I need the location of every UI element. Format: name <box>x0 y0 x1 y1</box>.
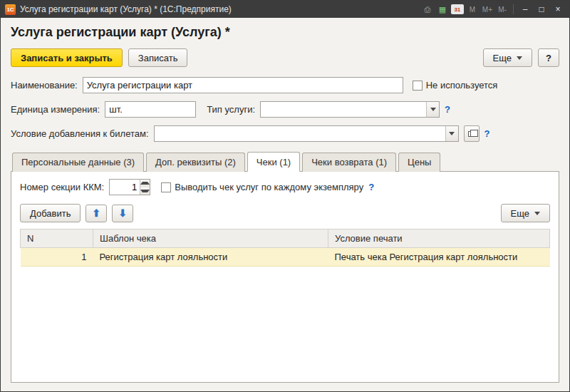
chevron-down-icon <box>430 108 436 111</box>
app-window: 1С Услуга регистрации карт (Услуга) * (1… <box>0 0 570 392</box>
open-form-icon <box>468 131 475 137</box>
unit-type-row: Единица измерения: Тип услуги: ? <box>11 101 559 118</box>
tab-bar: Персональные данные (3) Доп. реквизиты (… <box>11 152 559 171</box>
memory-button[interactable]: M <box>466 3 479 16</box>
cell-check-template[interactable]: Регистрация карт лояльности <box>93 248 328 267</box>
ticket-condition-label: Условие добавления к билетам: <box>11 128 149 139</box>
column-header-template[interactable]: Шаблон чека <box>93 229 328 248</box>
table-row[interactable]: 1 Регистрация карт лояльности Печать чек… <box>21 248 550 267</box>
move-up-button[interactable]: ⬆ <box>86 205 107 222</box>
command-bar: Записать и закрыть Записать Еще ? <box>11 48 559 67</box>
ticket-condition-row: Условие добавления к билетам: ? <box>11 125 559 142</box>
more-button-label: Еще <box>493 53 512 63</box>
ticket-condition-open-button[interactable] <box>464 125 480 142</box>
name-field-row: Наименование: Не используется <box>11 77 559 93</box>
save-and-close-button[interactable]: Записать и закрыть <box>11 48 123 67</box>
title-bar: 1С Услуга регистрации карт (Услуга) * (1… <box>1 1 569 18</box>
help-button[interactable]: ? <box>538 48 559 67</box>
calendar-icon[interactable]: 31 <box>451 4 464 14</box>
arrow-up-icon: ⬆ <box>93 207 101 219</box>
memory-plus-button[interactable]: M+ <box>481 3 494 16</box>
calculator-icon[interactable]: ▦ <box>436 3 449 16</box>
service-type-input[interactable] <box>261 102 426 117</box>
name-input[interactable] <box>83 77 403 93</box>
ticket-condition-dropdown-button[interactable] <box>445 126 458 141</box>
stepper-up-button[interactable] <box>140 180 150 187</box>
table-more-label: Еще <box>511 208 529 219</box>
per-item-checkbox-label: Выводить чек услуг по каждому экземпляру <box>175 182 363 192</box>
maximize-button[interactable]: □ <box>534 3 549 16</box>
tab-checks[interactable]: Чеки (1) <box>247 152 300 172</box>
checks-tab-panel: Номер секции ККМ: Выводить чек услуг по … <box>11 171 559 383</box>
table-header-row: N Шаблон чека Условие печати <box>21 229 550 248</box>
ticket-condition-combobox[interactable] <box>154 125 459 142</box>
chevron-down-icon <box>449 132 455 135</box>
stepper-down-button[interactable] <box>140 187 150 195</box>
close-button[interactable]: × <box>551 3 565 16</box>
kkm-section-stepper[interactable] <box>109 179 150 195</box>
cell-row-number[interactable]: 1 <box>21 248 93 267</box>
form-content: Услуга регистрации карт (Услуга) * Запис… <box>1 18 569 391</box>
add-row-button[interactable]: Добавить <box>20 204 81 222</box>
print-icon[interactable]: ⎙ <box>421 3 434 16</box>
service-type-dropdown-button[interactable] <box>426 102 439 117</box>
1c-logo-icon: 1С <box>5 4 16 15</box>
table-more-button[interactable]: Еще <box>501 204 550 222</box>
arrow-down-icon: ⬇ <box>119 207 128 219</box>
name-label: Наименование: <box>11 80 78 91</box>
stepper-buttons <box>140 180 150 195</box>
move-down-button[interactable]: ⬇ <box>112 205 133 222</box>
tab-prices[interactable]: Цены <box>398 153 440 172</box>
save-button[interactable]: Записать <box>128 48 188 67</box>
tab-personal-data[interactable]: Персональные данные (3) <box>12 153 144 172</box>
chevron-down-icon <box>517 56 522 60</box>
not-used-checkbox[interactable] <box>413 81 423 91</box>
checks-table: N Шаблон чека Условие печати 1 Регистрац… <box>20 229 550 267</box>
unit-input[interactable] <box>105 101 196 118</box>
kkm-section-label: Номер секции ККМ: <box>20 182 104 192</box>
titlebar-separator <box>513 4 514 14</box>
service-type-help-link[interactable]: ? <box>445 104 450 115</box>
window-title: Услуга регистрации карт (Услуга) * (1С:П… <box>20 4 232 14</box>
service-type-label: Тип услуги: <box>207 104 255 115</box>
unit-label: Единица измерения: <box>11 104 100 115</box>
table-toolbar: Добавить ⬆ ⬇ Еще <box>20 204 550 222</box>
triangle-up-icon <box>140 182 150 185</box>
ticket-condition-help-link[interactable]: ? <box>484 128 490 139</box>
memory-minus-button[interactable]: M- <box>496 3 509 16</box>
not-used-label: Не используется <box>426 80 498 91</box>
column-header-print-condition[interactable]: Условие печати <box>328 229 550 248</box>
column-header-n[interactable]: N <box>21 229 93 248</box>
kkm-section-row: Номер секции ККМ: Выводить чек услуг по … <box>20 179 550 195</box>
cell-print-condition[interactable]: Печать чека Регистрация карт лояльности <box>328 248 550 267</box>
minimize-button[interactable]: – <box>518 3 532 16</box>
more-button[interactable]: Еще <box>483 48 532 67</box>
page-title: Услуга регистрации карт (Услуга) * <box>11 25 559 40</box>
chevron-down-icon <box>534 212 540 215</box>
triangle-down-icon <box>140 190 150 192</box>
tab-additional-attributes[interactable]: Доп. реквизиты (2) <box>146 153 245 172</box>
per-item-help-link[interactable]: ? <box>368 182 374 192</box>
titlebar-controls: ⎙ ▦ 31 M M+ M- – □ × <box>421 3 565 16</box>
per-item-checkbox-row: Выводить чек услуг по каждому экземпляру <box>161 182 363 192</box>
kkm-section-input[interactable] <box>110 180 140 195</box>
tab-return-checks[interactable]: Чеки возврата (1) <box>302 153 396 172</box>
ticket-condition-input[interactable] <box>155 126 445 141</box>
not-used-checkbox-row: Не используется <box>413 80 498 91</box>
service-type-combobox[interactable] <box>260 101 440 118</box>
per-item-checkbox[interactable] <box>161 182 171 192</box>
